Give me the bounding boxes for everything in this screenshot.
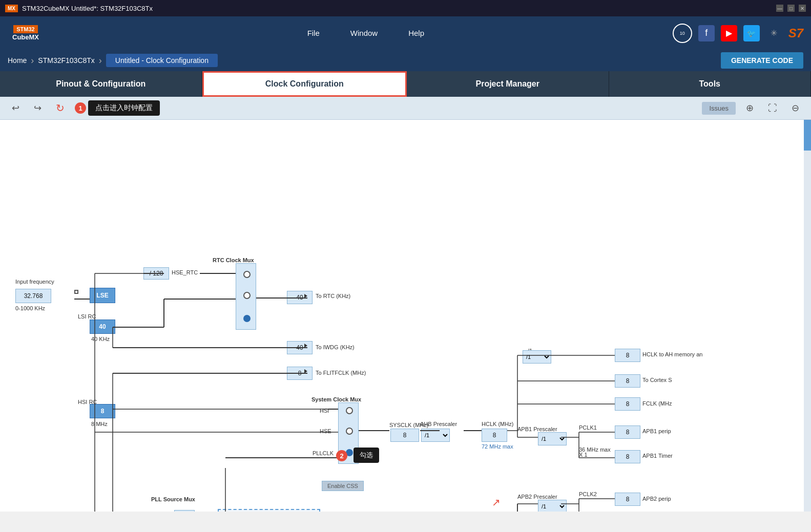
redo-button[interactable]: ↪ [30, 100, 46, 116]
step-2-badge: 2 [336, 450, 347, 461]
hclk-ah-value[interactable]: 8 [615, 349, 640, 362]
window-controls[interactable]: — □ ✕ [776, 5, 806, 12]
to-flitf-label: To FLITFCLK (MHz) [316, 370, 366, 376]
youtube-icon[interactable]: ▶ [721, 25, 737, 41]
tooltip-area: 1 点击进入时钟配置 [75, 100, 160, 116]
enable-css-button[interactable]: Enable CSS [322, 481, 364, 491]
tooltip-popup: 点击进入时钟配置 [88, 100, 160, 116]
cortex-label: To Cortex S [642, 377, 672, 383]
cortex-value[interactable]: 8 [615, 374, 640, 388]
hsi-mhz-label: 8 MHz [91, 421, 108, 427]
check-tooltip: 勾选 [353, 448, 379, 463]
step-1-badge: 1 [75, 102, 86, 114]
menu-help[interactable]: Help [408, 29, 424, 37]
menu-window[interactable]: Window [350, 29, 378, 37]
apb2-prescaler-select[interactable]: /1/2/4/8/16 [538, 500, 567, 512]
to-iwdg-value[interactable]: 40 [287, 341, 313, 354]
menu-file[interactable]: File [307, 29, 320, 37]
lsi-khz-label: 40 KHz [91, 336, 110, 342]
x1-apb1-label: X 1 [579, 452, 588, 458]
facebook-icon[interactable]: f [698, 25, 715, 41]
hse-div128[interactable]: / 128 [143, 267, 169, 280]
issues-button[interactable]: Issues [702, 102, 736, 115]
hsi-block[interactable]: 8 [90, 404, 115, 418]
close-btn[interactable]: ✕ [799, 5, 806, 12]
zoom-out-button[interactable]: ⊖ [787, 100, 803, 116]
to-iwdg-label: To IWDG (KHz) [316, 344, 355, 350]
tab-pinout[interactable]: Pinout & Configuration [0, 71, 202, 97]
sysclk-mux-label: System Clock Mux [311, 396, 361, 402]
hse-rtc-label: HSE_RTC [172, 269, 198, 275]
social-icons: 10 f ▶ 🐦 ✳ S7 [673, 24, 803, 43]
lse-block[interactable]: LSE [90, 288, 115, 303]
pll-mux-box [174, 510, 195, 512]
tab-tools[interactable]: Tools [609, 71, 812, 97]
app-logo: STM32 CubeMX [8, 20, 44, 46]
fit-button[interactable]: ⛶ [764, 101, 781, 116]
lse-connector [74, 290, 78, 294]
breadcrumb-chip[interactable]: STM32F103C8Tx [38, 56, 94, 65]
fclk-value[interactable]: 8 [615, 397, 640, 411]
window-title: STM32CubeMX Untitled*: STM32F103C8Tx [22, 5, 153, 12]
pll-source-mux-label: PLL Source Mux [151, 496, 195, 502]
generate-code-button[interactable]: GENERATE CODE [721, 52, 803, 69]
refresh-button[interactable]: ↻ [52, 100, 69, 116]
apb2-perip-label: APB2 perip [642, 496, 671, 502]
apb2-perip-value[interactable]: 8 [615, 493, 640, 506]
breadcrumb-current[interactable]: Untitled - Clock Configuration [106, 54, 218, 67]
to-flitf-value[interactable]: 8 [287, 367, 313, 380]
title-bar: MX STM32CubeMX Untitled*: STM32F103C8Tx … [0, 0, 811, 16]
to-rtc-label: To RTC (KHz) [316, 293, 350, 299]
apb1-perip-value[interactable]: 8 [615, 425, 640, 439]
to-rtc-value[interactable]: 40 [287, 291, 313, 304]
ahb-prescaler-label: AHB Prescaler [420, 421, 457, 427]
hclk-ah-select[interactable]: /1 [523, 350, 551, 364]
lse-input-value[interactable]: 32.768 [15, 289, 51, 303]
sysclk-mux-radio-hse[interactable] [346, 428, 353, 435]
breadcrumb-sep-2: › [99, 55, 102, 66]
scrollbar-track[interactable] [804, 120, 811, 512]
menu-bar: STM32 CubeMX File Window Help 10 f ▶ 🐦 ✳… [0, 16, 811, 50]
menu-items: File Window Help [59, 29, 673, 37]
rtc-mux-radio-lsi[interactable] [243, 315, 251, 322]
hclk-value[interactable]: 8 [482, 429, 507, 442]
apb2-arrow: ↗ [492, 496, 501, 508]
app-icon: MX [5, 5, 18, 12]
ahb-prescaler-select[interactable]: /1/2/4/8 [421, 429, 450, 442]
pclk1-label: PCLK1 [579, 424, 597, 431]
maximize-btn[interactable]: □ [787, 5, 795, 12]
apb1-perip-label: APB1 perip [642, 428, 671, 434]
rtc-mux-label: RTC Clock Mux [213, 257, 254, 263]
sysclk-mux-radio-hsi[interactable] [346, 407, 353, 414]
lse-input-freq-label: Input frequency [15, 279, 54, 285]
toolbar: ↩ ↪ ↻ 1 点击进入时钟配置 Issues ⊕ ⛶ ⊖ [0, 97, 811, 120]
apb1-timer-value[interactable]: 8 [615, 450, 640, 463]
zoom-in-button[interactable]: ⊕ [742, 100, 758, 116]
rtc-mux-radio-lse[interactable] [243, 292, 251, 299]
minimize-btn[interactable]: — [776, 5, 783, 12]
breadcrumb-home[interactable]: Home [8, 56, 27, 65]
diagram-lines [0, 120, 811, 512]
hsi-mux-label: HSI [320, 408, 329, 414]
st-logo: S7 [788, 26, 803, 40]
sysclk-value[interactable]: 8 [390, 429, 419, 442]
clock-diagram: Input frequency 32.768 0-1000 KHz LSE LS… [0, 120, 811, 512]
apb2-prescaler-label: APB2 Prescaler [517, 494, 557, 500]
hclk-label: HCLK (MHz) [482, 421, 513, 427]
apb1-prescaler-select[interactable]: /1/2/4/8/16 [538, 432, 567, 445]
tab-clock[interactable]: Clock Configuration [202, 71, 407, 97]
apb1-timer-label: APB1 Timer [642, 453, 673, 459]
breadcrumb: Home › STM32F103C8Tx › Untitled - Clock … [0, 50, 811, 71]
rtc-mux-box [236, 263, 256, 330]
network-icon[interactable]: ✳ [766, 25, 782, 41]
rtc-mux-radio-hse[interactable] [243, 271, 251, 278]
twitter-icon[interactable]: 🐦 [743, 25, 760, 41]
lsi-value-block[interactable]: 40 [90, 320, 115, 334]
lse-range-label: 0-1000 KHz [15, 305, 45, 311]
undo-button[interactable]: ↩ [8, 100, 24, 116]
hse-mux-label: HSE [320, 428, 331, 434]
scrollbar-thumb[interactable] [804, 120, 811, 151]
pclk2-label: PCLK2 [579, 491, 597, 497]
tab-project[interactable]: Project Manager [407, 71, 609, 97]
lsi-rc-label: LSI RC [78, 313, 96, 320]
